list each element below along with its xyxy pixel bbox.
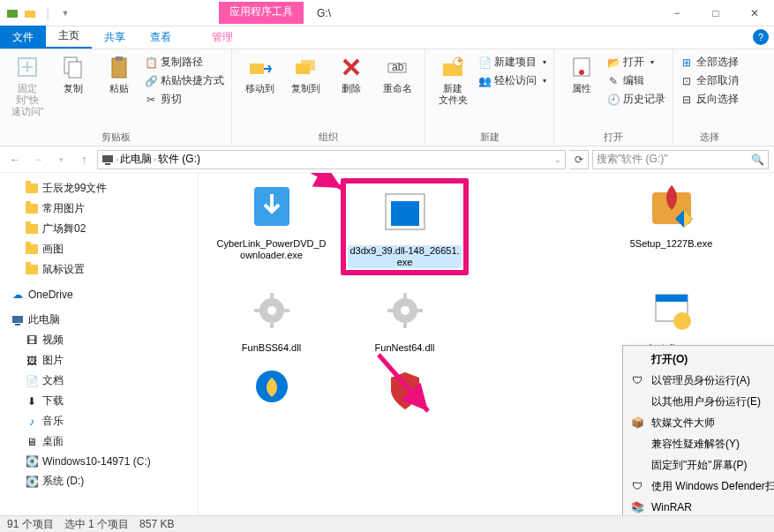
cm-pin-start[interactable]: 固定到"开始"屏幕(P): [625, 454, 774, 476]
path-drive[interactable]: 软件 (G:): [158, 152, 200, 167]
address-bar: ← → ▾ ↑ › 此电脑 › 软件 (G:) ⌄ ⟳ 搜索"软件 (G:)" …: [0, 146, 774, 173]
tree-folder-item[interactable]: 鼠标设置: [2, 259, 196, 280]
tree-onedrive[interactable]: ☁OneDrive: [2, 285, 196, 304]
download-icon: ⬇: [25, 394, 39, 408]
chevron-right-icon[interactable]: ›: [154, 155, 156, 164]
file-item[interactable]: install.exe: [607, 282, 735, 354]
cm-winrar[interactable]: 📚WinRAR▶: [625, 497, 774, 515]
back-button[interactable]: ←: [5, 150, 25, 169]
close-button[interactable]: ✕: [735, 0, 774, 26]
tree-folder-item[interactable]: 壬辰龙99文件: [2, 178, 196, 199]
ribbon: 固定到"快 速访问" 复制 粘贴 📋复制路径 🔗粘贴快捷方式 ✂剪切 剪贴板 移…: [0, 49, 774, 146]
paste-button[interactable]: 粘贴: [99, 53, 139, 94]
chevron-right-icon[interactable]: ›: [116, 155, 118, 164]
path-this-pc[interactable]: 此电脑: [120, 152, 152, 167]
svg-point-16: [579, 70, 584, 75]
easy-access-icon: 👥: [478, 75, 491, 87]
tree-folder-item[interactable]: 常用图片: [2, 199, 196, 219]
cm-compat[interactable]: 兼容性疑难解答(Y): [625, 433, 774, 454]
cm-ruanmei[interactable]: 📦软媒文件大师▶: [625, 412, 774, 433]
file-item[interactable]: FunNest64.dll: [341, 282, 469, 354]
cm-run-other[interactable]: 以其他用户身份运行(E): [625, 391, 774, 412]
new-folder-button[interactable]: ✦新建 文件夹: [432, 53, 473, 106]
tab-manage[interactable]: 管理: [199, 26, 245, 49]
drive-icon: 💽: [25, 475, 39, 489]
cut-button[interactable]: ✂剪切: [145, 92, 224, 107]
path-box[interactable]: › 此电脑 › 软件 (G:) ⌄: [97, 150, 566, 169]
move-to-button[interactable]: 移动到: [239, 53, 280, 94]
ribbon-group-new: ✦新建 文件夹 📄新建项目▾ 👥轻松访问▾ 新建: [425, 49, 554, 146]
copy-to-icon: [291, 53, 319, 81]
minimize-button[interactable]: −: [658, 0, 696, 26]
invert-button[interactable]: ⊟反向选择: [680, 92, 739, 107]
tree-videos[interactable]: 🎞视频: [2, 330, 196, 350]
easy-access-button[interactable]: 👥轻松访问▾: [478, 73, 546, 88]
tree-desktop[interactable]: 🖥桌面: [2, 431, 196, 452]
tree-documents[interactable]: 📄文档: [2, 371, 196, 391]
select-all-button[interactable]: ⊞全部选择: [680, 55, 739, 70]
select-all-icon: ⊞: [680, 56, 693, 69]
shortcut-icon: 🔗: [145, 75, 157, 87]
delete-icon: [337, 53, 365, 81]
status-count: 91 个项目: [7, 517, 54, 532]
qat-dropdown-icon[interactable]: ▼: [58, 6, 72, 20]
qat-folder-icon[interactable]: [23, 6, 37, 20]
properties-button[interactable]: 属性: [561, 53, 602, 94]
file-content-area[interactable]: CyberLink_PowerDVD_Downloader.exe d3dx9_…: [199, 173, 774, 515]
svg-rect-18: [105, 163, 110, 165]
ribbon-tabs: 文件 主页 共享 查看 管理 ?: [0, 26, 774, 49]
copy-button[interactable]: 复制: [53, 53, 94, 94]
tree-drive-d[interactable]: 💽系统 (D:): [2, 471, 196, 491]
file-item[interactable]: FunBSS64.dll: [207, 282, 335, 354]
group-clipboard-label: 剪贴板: [7, 129, 224, 144]
select-none-icon: ⊡: [680, 75, 693, 87]
open-button[interactable]: 📂打开▾: [607, 55, 665, 70]
file-item[interactable]: [207, 362, 335, 422]
defender-icon: 🛡: [630, 479, 644, 493]
document-icon: 📄: [25, 374, 39, 388]
status-size: 857 KB: [139, 518, 174, 530]
tree-music[interactable]: ♪音乐: [2, 411, 196, 431]
invert-icon: ⊟: [680, 94, 693, 106]
tree-this-pc[interactable]: 此电脑: [2, 310, 196, 330]
delete-button[interactable]: 删除: [331, 53, 372, 94]
cm-run-admin[interactable]: 🛡以管理员身份运行(A): [625, 370, 774, 391]
file-item[interactable]: [341, 362, 469, 422]
tab-view[interactable]: 查看: [138, 26, 184, 49]
file-item[interactable]: 5Setup_1227B.exe: [607, 178, 735, 275]
rename-button[interactable]: ab重命名: [377, 53, 417, 94]
qat-separator: |: [41, 6, 55, 20]
refresh-button[interactable]: ⟳: [569, 150, 589, 169]
tab-home[interactable]: 主页: [46, 24, 92, 49]
file-name: d3dx9_39.dll-148_26651.exe: [348, 245, 462, 268]
file-item[interactable]: CyberLink_PowerDVD_Downloader.exe: [207, 178, 335, 275]
tab-file[interactable]: 文件: [0, 26, 46, 49]
pin-button[interactable]: 固定到"快 速访问": [7, 53, 48, 118]
copy-to-button[interactable]: 复制到: [285, 53, 326, 94]
select-none-button[interactable]: ⊡全部取消: [680, 73, 739, 88]
cm-defender[interactable]: 🛡使用 Windows Defender扫描...: [625, 476, 774, 497]
video-icon: 🎞: [25, 333, 39, 348]
tab-share[interactable]: 共享: [92, 26, 138, 49]
svg-rect-9: [301, 60, 315, 71]
file-item-selected[interactable]: d3dx9_39.dll-148_26651.exe: [341, 178, 469, 275]
copy-path-button[interactable]: 📋复制路径: [145, 55, 224, 70]
edit-button[interactable]: ✎编辑: [607, 73, 665, 88]
history-button[interactable]: 🕘历史记录: [607, 92, 665, 107]
path-dropdown-icon[interactable]: ⌄: [554, 155, 561, 164]
tree-pictures[interactable]: 🖼图片: [2, 350, 196, 371]
search-icon[interactable]: 🔍: [751, 154, 764, 166]
maximize-button[interactable]: □: [696, 0, 735, 26]
up-button[interactable]: ↑: [74, 150, 94, 169]
forward-button[interactable]: →: [28, 150, 48, 169]
tree-folder-item[interactable]: 广场舞02: [2, 219, 196, 239]
tree-drive-c[interactable]: 💽Windows10-14971 (C:): [2, 452, 196, 471]
cm-open[interactable]: 打开(O): [625, 348, 774, 370]
tree-folder-item[interactable]: 画图: [2, 239, 196, 259]
help-button[interactable]: ?: [753, 29, 769, 45]
recent-dropdown[interactable]: ▾: [51, 150, 71, 169]
paste-shortcut-button[interactable]: 🔗粘贴快捷方式: [145, 73, 224, 88]
search-input[interactable]: 搜索"软件 (G:)" 🔍: [592, 150, 769, 169]
new-item-button[interactable]: 📄新建项目▾: [478, 55, 546, 70]
tree-downloads[interactable]: ⬇下载: [2, 391, 196, 411]
